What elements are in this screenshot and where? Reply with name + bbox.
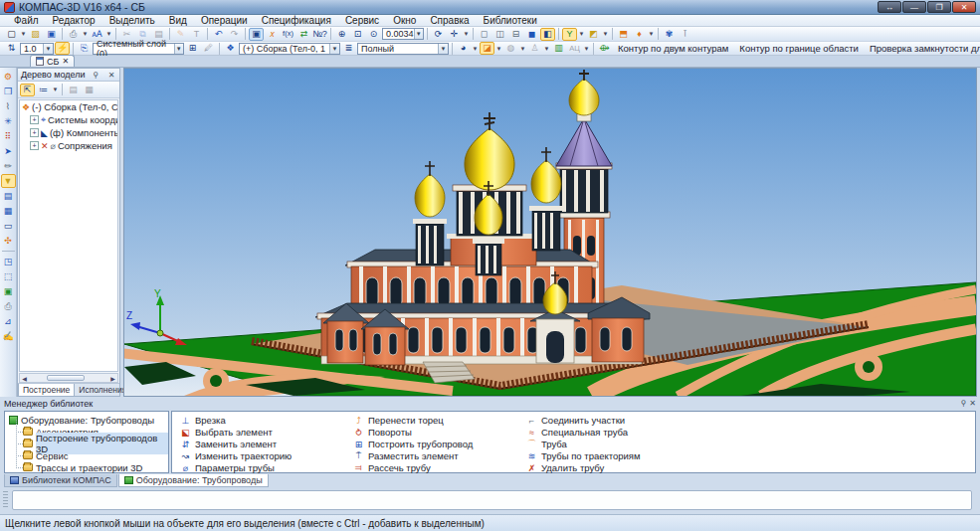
menu-operations[interactable]: Операции: [195, 15, 254, 26]
print-button[interactable]: ⎙: [66, 28, 81, 41]
compact-arrays-icon[interactable]: ⠿: [1, 129, 16, 143]
scroll-right-icon[interactable]: ▶: [108, 374, 117, 382]
component-colors-button[interactable]: ▥: [551, 42, 566, 55]
compact-print3d-icon[interactable]: ⎙: [1, 299, 16, 313]
library-pin-icon[interactable]: ⚲: [960, 399, 966, 408]
zoom-frame-button[interactable]: ⊡: [350, 28, 365, 41]
command-select-element[interactable]: ⬕Выбрать элемент: [180, 427, 349, 438]
close-button[interactable]: ✕: [952, 1, 976, 13]
menu-editor[interactable]: Редактор: [47, 15, 101, 26]
pan-button[interactable]: ✛: [447, 28, 462, 41]
redo-button[interactable]: ↷: [227, 28, 242, 41]
compact-aux-geometry-icon[interactable]: ➤: [1, 144, 16, 158]
new-document-button[interactable]: ▢: [4, 28, 19, 41]
snap-toggle-button[interactable]: ⚡: [55, 42, 70, 55]
resize-window-button[interactable]: ↔: [878, 1, 901, 13]
tab-versions[interactable]: Исполнения: [75, 384, 130, 396]
command-delete-pipe[interactable]: ✗Удалить трубу: [526, 462, 735, 473]
perspective-button[interactable]: ⬒: [616, 28, 631, 41]
tab-close-icon[interactable]: ✕: [62, 57, 69, 66]
open-button[interactable]: ▨: [28, 28, 43, 41]
variables-button[interactable]: 𝑥: [265, 28, 280, 41]
command-build-pipeline[interactable]: ⊞Построить трубопровод: [353, 439, 522, 449]
specification-button[interactable]: Т: [189, 28, 204, 41]
save-button[interactable]: ▣: [44, 28, 59, 41]
compact-surfaces-icon[interactable]: ✳: [1, 114, 16, 128]
render-mode-button[interactable]: ◕: [456, 42, 471, 55]
check-closure-all-button[interactable]: Проверка замкнутости для всех объектов: [865, 43, 980, 54]
detail-combo-arrow[interactable]: ▼: [438, 44, 448, 54]
compact-note-icon[interactable]: ✍: [1, 329, 16, 343]
command-rotations[interactable]: ⥁Повороты: [353, 427, 522, 438]
menu-service[interactable]: Сервис: [339, 15, 385, 26]
library-folder-pipes3d[interactable]: Построение трубопроводов 3D: [9, 438, 168, 449]
pin-icon[interactable]: ⚲: [91, 71, 100, 80]
tree-item-mates[interactable]: + ✕⌀ Сопряжения: [20, 139, 117, 152]
undo-button[interactable]: ↶: [211, 28, 226, 41]
exchange-button[interactable]: ⇄: [296, 28, 311, 41]
dimensions-3d-button[interactable]: ⊺: [678, 28, 692, 41]
compact-apply-icon[interactable]: ✣: [1, 234, 16, 248]
expander-icon[interactable]: +: [30, 128, 39, 137]
tab-construction[interactable]: Построение: [18, 384, 75, 397]
dimension-style-dropdown[interactable]: ▼: [583, 42, 590, 55]
tree-extra-button[interactable]: ▦: [82, 84, 97, 96]
assembly-combo-arrow[interactable]: ▼: [329, 44, 339, 54]
compact-sketch-icon[interactable]: ◳: [1, 255, 16, 268]
tree-display-button[interactable]: ≔: [36, 84, 51, 96]
close-panel-icon[interactable]: ✕: [106, 71, 116, 80]
step-combo-arrow[interactable]: ▼: [43, 44, 53, 54]
fx-button[interactable]: f(x): [281, 28, 295, 41]
tree-display-dropdown[interactable]: ▼: [52, 84, 59, 96]
tree-item-coordinate-systems[interactable]: + ⌖ Системы координат: [20, 113, 117, 126]
tree-item-components[interactable]: + ◣ (ф) Компоненты: [20, 126, 117, 139]
expander-icon[interactable]: +: [30, 141, 39, 150]
new-document-dropdown[interactable]: ▼: [20, 28, 27, 41]
shaded-button[interactable]: ◼: [524, 28, 539, 41]
command-place-element[interactable]: ⍑Разместить элемент: [353, 450, 522, 461]
command-move-end[interactable]: ⤴Перенести торец: [353, 415, 522, 426]
layer-combo[interactable]: Системный слой (0) ▼: [93, 43, 184, 55]
context-help-button[interactable]: №?: [312, 28, 327, 41]
scale-combo-arrow[interactable]: ▼: [414, 29, 423, 39]
tree-report-button[interactable]: ▤: [66, 84, 81, 96]
contour-area-boundary-button[interactable]: Контур по границе области: [734, 43, 864, 54]
zoom-all-button[interactable]: ⊙: [366, 28, 381, 41]
part-context-button[interactable]: ❖: [223, 42, 238, 55]
command-cut-pipe[interactable]: ⫤Рассечь трубу: [353, 462, 522, 473]
tab-kompas-libraries[interactable]: Библиотеки КОМПАС: [4, 474, 117, 487]
document-tab-sb[interactable]: СБ ✕: [30, 55, 75, 67]
compact-sheet-icon[interactable]: ⬚: [1, 269, 16, 283]
refraction-dropdown[interactable]: ▼: [648, 28, 655, 41]
compact-component-icon[interactable]: ❒: [1, 85, 16, 98]
layer-manager-button[interactable]: ⊞: [185, 42, 200, 55]
tree-structure-button[interactable]: ⇱: [20, 84, 35, 96]
rotate-model-button[interactable]: ✾: [662, 28, 677, 41]
command-join-sections[interactable]: ⌐Соединить участки: [526, 415, 735, 426]
section-mode-button[interactable]: ◪: [480, 42, 494, 55]
scrollbar-thumb[interactable]: [47, 375, 85, 381]
compact-specification-icon[interactable]: ▤: [1, 189, 16, 203]
viewport-3d[interactable]: Y Z: [123, 68, 977, 397]
command-pipe[interactable]: ⌒Труба: [526, 439, 735, 449]
shaded-edges-button[interactable]: ◧: [540, 28, 555, 41]
detail-combo[interactable]: Полный ▼: [357, 43, 449, 55]
layer-settings-button[interactable]: 🖉: [201, 42, 216, 55]
menu-file[interactable]: Файл: [8, 15, 45, 26]
layer-combo-arrow[interactable]: ▼: [174, 44, 183, 54]
compact-stamp-icon[interactable]: ▣: [1, 284, 16, 298]
command-replace-element[interactable]: ⇵Заменить элемент: [180, 439, 349, 449]
compact-edit-part-icon[interactable]: ⚙: [1, 70, 16, 84]
command-special-pipe[interactable]: ≈Специальная труба: [526, 427, 735, 438]
hidden-thin-button[interactable]: ⊟: [508, 28, 523, 41]
ghost-button[interactable]: ♙: [527, 42, 542, 55]
command-pipes-by-trajectories[interactable]: ≋Трубы по траекториям: [526, 450, 735, 461]
ghost-dropdown[interactable]: ▼: [543, 42, 550, 55]
minimize-button[interactable]: —: [902, 1, 926, 13]
command-edit-trajectory[interactable]: ↝Изменить траекторию: [180, 450, 349, 461]
compact-animation-icon[interactable]: ▭: [1, 219, 16, 233]
render-mode-dropdown[interactable]: ▼: [472, 42, 479, 55]
contour-two-contours-button[interactable]: Контур по двум контурам: [613, 43, 733, 54]
wireframe-button[interactable]: ◻: [477, 28, 491, 41]
orientation-dropdown[interactable]: ▼: [578, 28, 585, 41]
